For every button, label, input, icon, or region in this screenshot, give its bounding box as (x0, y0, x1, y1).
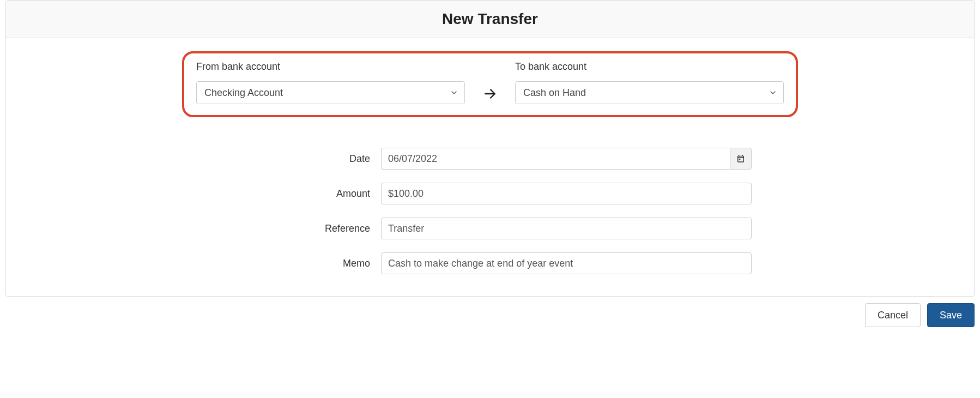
calendar-icon (736, 154, 745, 163)
from-account-select[interactable]: Checking Account (196, 81, 465, 104)
date-input[interactable] (381, 148, 730, 170)
memo-label: Memo (228, 258, 381, 269)
to-account-column: To bank account Cash on Hand (515, 61, 784, 104)
date-row: Date (228, 148, 752, 170)
to-account-value[interactable]: Cash on Hand (515, 81, 784, 104)
panel-header: New Transfer (6, 1, 974, 38)
memo-row: Memo (228, 252, 752, 274)
page-title: New Transfer (11, 10, 969, 28)
to-account-label: To bank account (515, 61, 784, 73)
from-account-value[interactable]: Checking Account (196, 81, 465, 104)
date-picker-button[interactable] (730, 148, 752, 170)
transfer-direction-arrow (474, 87, 506, 104)
amount-row: Amount (228, 183, 752, 204)
footer-actions: Cancel Save (5, 297, 975, 327)
account-selection-highlight: From bank account Checking Account To ba… (182, 51, 798, 117)
reference-input[interactable] (381, 218, 752, 239)
reference-row: Reference (228, 218, 752, 239)
from-account-column: From bank account Checking Account (196, 61, 465, 104)
reference-label: Reference (228, 223, 381, 234)
new-transfer-panel: New Transfer From bank account Checking … (5, 0, 975, 297)
amount-input[interactable] (381, 183, 752, 204)
to-account-select[interactable]: Cash on Hand (515, 81, 784, 104)
cancel-button[interactable]: Cancel (865, 303, 921, 327)
arrow-right-icon (483, 87, 497, 101)
memo-input[interactable] (381, 252, 752, 274)
save-button[interactable]: Save (927, 303, 975, 327)
date-label: Date (228, 153, 381, 165)
transfer-details-form: Date Amount (228, 148, 752, 274)
panel-body: From bank account Checking Account To ba… (6, 38, 974, 296)
from-account-label: From bank account (196, 61, 465, 73)
amount-label: Amount (228, 188, 381, 200)
